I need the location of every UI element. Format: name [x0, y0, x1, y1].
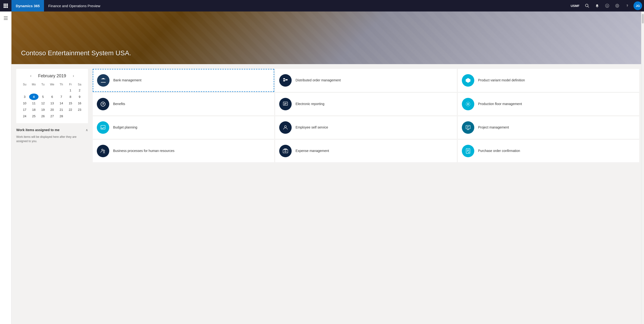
svg-line-16	[285, 79, 286, 80]
calendar-day[interactable]: 26	[38, 113, 48, 119]
calendar-day[interactable]: 24	[20, 113, 29, 119]
app-name-label[interactable]: Finance and Operations Preview	[44, 4, 105, 8]
notifications-button[interactable]	[592, 1, 602, 11]
calendar-day[interactable]: 23	[75, 107, 84, 113]
svg-point-32	[102, 149, 103, 151]
feedback-button[interactable]	[602, 1, 612, 11]
dynamics-brand-label[interactable]: Dynamics 365	[12, 0, 44, 12]
tile-label-business-processes-human-resources: Business processes for human resources	[113, 149, 174, 153]
calendar-prev-button[interactable]: ‹	[28, 73, 33, 79]
hero-banner: Contoso Entertainment System USA.	[12, 12, 644, 64]
calendar-day[interactable]: 3	[20, 94, 29, 100]
tile-distributed-order-management[interactable]: Distributed order management	[275, 69, 456, 92]
calendar-day[interactable]: 20	[48, 107, 57, 113]
tile-employee-self-service[interactable]: Employee self service	[275, 116, 456, 139]
calendar-widget: ‹ February 2019 › SuMoTuWeThFrSa 1234567…	[16, 69, 88, 123]
calendar-day-header: Tu	[38, 82, 48, 87]
calendar-day[interactable]: 9	[75, 94, 84, 100]
calendar-day[interactable]: 7	[57, 94, 66, 100]
nav-right-controls: USMF	[568, 1, 644, 11]
calendar-day[interactable]: 12	[38, 100, 48, 107]
scroll-thumb[interactable]	[642, 14, 644, 24]
calendar-day[interactable]: 5	[38, 94, 48, 100]
calendar-day-header: Th	[57, 82, 66, 87]
calendar-day[interactable]: 8	[66, 94, 75, 100]
calendar-day[interactable]: 17	[20, 107, 29, 113]
calendar-day[interactable]: 10	[20, 100, 29, 107]
svg-rect-6	[4, 7, 5, 8]
work-items-collapse-icon[interactable]: ∧	[86, 128, 88, 132]
svg-rect-10	[4, 18, 8, 19]
calendar-day[interactable]: 15	[66, 100, 75, 107]
calendar-day[interactable]: 16	[75, 100, 84, 107]
calendar-day	[48, 87, 57, 94]
tile-label-electronic-reporting: Electronic reporting	[296, 102, 324, 107]
tile-benefits[interactable]: Benefits	[93, 93, 274, 115]
svg-rect-1	[5, 4, 6, 5]
calendar-day-header: We	[48, 82, 57, 87]
tile-label-benefits: Benefits	[113, 102, 125, 107]
calendar-day-header: Mo	[29, 82, 38, 87]
svg-point-24	[467, 103, 469, 105]
search-button[interactable]	[582, 1, 592, 11]
tile-electronic-reporting[interactable]: Electronic reporting	[275, 93, 456, 115]
tile-label-expense-management: Expense management	[296, 149, 329, 153]
calendar-day	[57, 87, 66, 94]
scrollbar[interactable]	[641, 12, 644, 324]
user-avatar[interactable]: JG	[634, 2, 642, 10]
calendar-day[interactable]: 4	[29, 94, 38, 100]
svg-point-26	[284, 126, 286, 128]
svg-rect-9	[4, 17, 8, 17]
calendar-day	[66, 113, 75, 119]
tile-production-floor-management[interactable]: Production floor management	[458, 93, 639, 115]
tile-purchase-order-confirmation[interactable]: Purchase order confirmation	[458, 140, 639, 162]
company-label[interactable]: USMF	[568, 4, 582, 8]
calendar-day[interactable]: 1	[66, 87, 75, 94]
calendar-day[interactable]: 6	[48, 94, 57, 100]
svg-rect-36	[466, 149, 470, 153]
calendar-day[interactable]: 18	[29, 107, 38, 113]
tile-label-project-management: Project management	[478, 125, 509, 130]
calendar-day[interactable]: 13	[48, 100, 57, 107]
tile-icon-distributed-order-management	[279, 74, 292, 87]
sidebar-toggle-button[interactable]	[1, 14, 10, 23]
tile-label-bank-management: Bank management	[113, 78, 142, 83]
calendar-day[interactable]: 11	[29, 100, 38, 107]
calendar-day[interactable]: 2	[75, 87, 84, 94]
help-button[interactable]	[622, 1, 632, 11]
tile-icon-bank-management	[97, 74, 110, 87]
tile-label-production-floor-management: Production floor management	[478, 102, 522, 107]
calendar-day[interactable]: 28	[57, 113, 66, 119]
tile-icon-benefits	[97, 98, 109, 110]
calendar-month-year: February 2019	[38, 74, 66, 79]
calendar-day[interactable]: 19	[38, 107, 48, 113]
main-content: ‹ February 2019 › SuMoTuWeThFrSa 1234567…	[12, 64, 644, 167]
calendar-day[interactable]: 27	[48, 113, 57, 119]
calendar-day[interactable]: 25	[29, 113, 38, 119]
calendar-day[interactable]: 21	[57, 107, 66, 113]
tile-expense-management[interactable]: Expense management	[275, 140, 456, 162]
calendar-day[interactable]: 22	[66, 107, 75, 113]
svg-rect-2	[7, 4, 8, 5]
calendar-day-headers: SuMoTuWeThFrSa	[20, 82, 84, 87]
svg-rect-8	[7, 7, 8, 8]
tile-product-variant-model-definition[interactable]: Product variant model definition	[458, 69, 639, 92]
waffle-menu-button[interactable]	[0, 0, 12, 12]
svg-rect-0	[4, 4, 5, 5]
tile-project-management[interactable]: Project management	[458, 116, 639, 139]
tile-label-product-variant-model-definition: Product variant model definition	[478, 78, 525, 83]
svg-rect-20	[283, 102, 288, 105]
calendar-day[interactable]: 14	[57, 100, 66, 107]
settings-button[interactable]	[612, 1, 622, 11]
svg-point-33	[103, 150, 105, 151]
calendar-day	[20, 87, 29, 94]
tile-budget-planning[interactable]: Budget planning	[93, 116, 274, 139]
work-items-description: Work items will be displayed here after …	[16, 135, 88, 143]
tile-business-processes-human-resources[interactable]: Business processes for human resources	[93, 140, 274, 162]
svg-rect-14	[283, 80, 285, 81]
svg-rect-3	[4, 5, 5, 7]
tile-bank-management[interactable]: Bank management	[93, 69, 274, 92]
calendar-day	[29, 87, 38, 94]
calendar-day	[75, 113, 84, 119]
calendar-next-button[interactable]: ›	[71, 73, 76, 79]
